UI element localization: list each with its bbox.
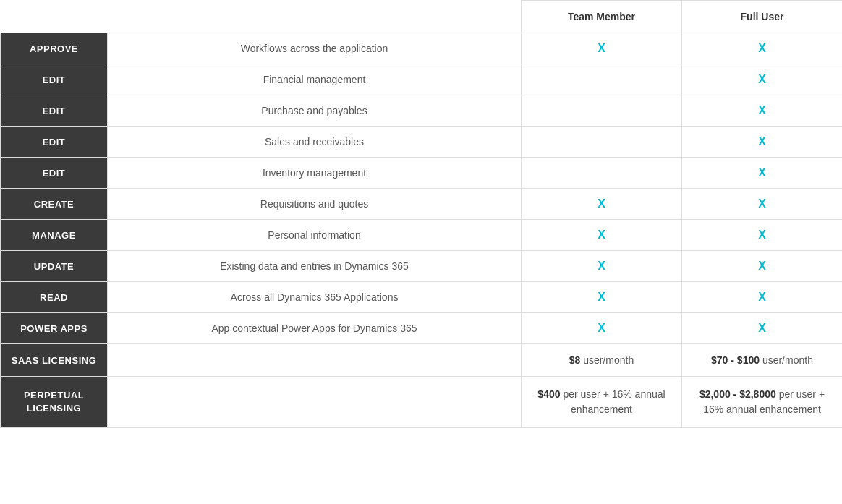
description-cell: Personal information: [108, 220, 522, 251]
table-row: EDITPurchase and payablesX: [1, 95, 843, 127]
comparison-table-wrapper: Team Member Full User APPROVEWorkflows a…: [0, 0, 842, 428]
team-check-cell: X: [522, 282, 682, 313]
description-cell: Workflows across the application: [108, 33, 522, 64]
check-mark: X: [758, 197, 766, 210]
check-mark: X: [758, 135, 766, 148]
check-mark: X: [758, 42, 766, 54]
action-cell: READ: [1, 282, 108, 313]
check-mark: X: [758, 73, 766, 85]
team-check-cell: X: [522, 189, 682, 220]
description-cell: Across all Dynamics 365 Applications: [108, 282, 522, 313]
full-check-cell: X: [682, 251, 843, 282]
check-mark: X: [758, 260, 766, 272]
table-row: POWER APPSApp contextual Power Apps for …: [1, 313, 843, 344]
check-mark: X: [758, 291, 766, 303]
table-row: READAcross all Dynamics 365 Applications…: [1, 282, 843, 313]
team-check-cell: X: [522, 220, 682, 251]
description-cell: Purchase and payables: [108, 95, 522, 127]
check-mark: X: [598, 260, 605, 272]
perpetual-team-price: $400 per user + 16% annual enhancement: [522, 377, 682, 428]
saas-team-price: $8 user/month: [522, 344, 682, 377]
team-check-cell: [522, 158, 682, 189]
table-row: EDITSales and receivablesX: [1, 127, 843, 158]
description-cell: Financial management: [108, 64, 522, 95]
full-check-cell: X: [682, 313, 843, 344]
header-desc: [108, 1, 522, 33]
perpetual-desc-cell: [108, 377, 522, 428]
full-check-cell: X: [682, 33, 843, 64]
full-check-cell: X: [682, 158, 843, 189]
table-row: APPROVEWorkflows across the applicationX…: [1, 33, 843, 64]
check-mark: X: [758, 228, 766, 241]
check-mark: X: [758, 322, 766, 334]
check-mark: X: [598, 42, 605, 54]
perpetual-full-price-bold: $2,000 - $2,8000: [699, 388, 776, 400]
full-check-cell: X: [682, 95, 843, 127]
saas-desc-cell: [108, 344, 522, 377]
action-cell: EDIT: [1, 64, 108, 95]
perpetual-action-cell: PerpetualLicensing: [1, 377, 108, 428]
header-action: [1, 1, 108, 33]
action-cell: EDIT: [1, 158, 108, 189]
team-check-cell: [522, 64, 682, 95]
saas-licensing-row: SaaS Licensing$8 user/month$70 - $100 us…: [1, 344, 843, 377]
saas-action-cell: SaaS Licensing: [1, 344, 108, 377]
team-check-cell: [522, 127, 682, 158]
full-check-cell: X: [682, 282, 843, 313]
table-row: MANAGEPersonal informationXX: [1, 220, 843, 251]
team-check-cell: X: [522, 33, 682, 64]
table-row: UPDATEExisting data and entries in Dynam…: [1, 251, 843, 282]
check-mark: X: [598, 197, 605, 210]
check-mark: X: [758, 166, 766, 179]
action-cell: EDIT: [1, 127, 108, 158]
description-cell: App contextual Power Apps for Dynamics 3…: [108, 313, 522, 344]
full-check-cell: X: [682, 127, 843, 158]
comparison-table: Team Member Full User APPROVEWorkflows a…: [0, 0, 842, 428]
perpetual-full-price: $2,000 - $2,8000 per user + 16% annual e…: [682, 377, 843, 428]
action-cell: UPDATE: [1, 251, 108, 282]
action-cell: CREATE: [1, 189, 108, 220]
full-check-cell: X: [682, 189, 843, 220]
description-cell: Requisitions and quotes: [108, 189, 522, 220]
action-cell: POWER APPS: [1, 313, 108, 344]
action-cell: EDIT: [1, 95, 108, 127]
header-full-user: Full User: [682, 1, 843, 33]
table-row: EDITFinancial managementX: [1, 64, 843, 95]
action-cell: APPROVE: [1, 33, 108, 64]
check-mark: X: [758, 104, 766, 116]
action-cell: MANAGE: [1, 220, 108, 251]
description-cell: Sales and receivables: [108, 127, 522, 158]
saas-team-price-bold: $8: [569, 354, 581, 366]
team-check-cell: [522, 95, 682, 127]
perpetual-team-price-bold: $400: [537, 388, 560, 400]
saas-full-price-bold: $70 - $100: [711, 354, 760, 366]
team-check-cell: X: [522, 313, 682, 344]
check-mark: X: [598, 291, 605, 303]
saas-full-price: $70 - $100 user/month: [682, 344, 843, 377]
table-row: CREATERequisitions and quotesXX: [1, 189, 843, 220]
full-check-cell: X: [682, 64, 843, 95]
table-row: EDITInventory managementX: [1, 158, 843, 189]
description-cell: Inventory management: [108, 158, 522, 189]
description-cell: Existing data and entries in Dynamics 36…: [108, 251, 522, 282]
full-check-cell: X: [682, 220, 843, 251]
header-team-member: Team Member: [522, 1, 682, 33]
team-check-cell: X: [522, 251, 682, 282]
perpetual-licensing-row: PerpetualLicensing$400 per user + 16% an…: [1, 377, 843, 428]
check-mark: X: [598, 322, 605, 334]
check-mark: X: [598, 228, 605, 241]
